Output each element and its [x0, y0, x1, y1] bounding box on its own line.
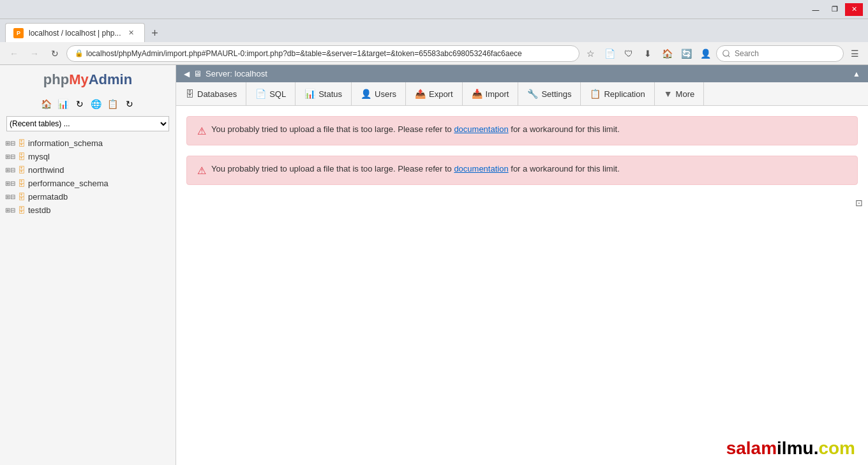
- users-icon: 👤: [361, 89, 371, 99]
- globe-sidebar-icon[interactable]: 🌐: [89, 97, 103, 111]
- url-text: localhost/phpMyAdmin/import.php#PMAURL-0…: [86, 49, 571, 58]
- toolbar-icons: ☆ 📄 🛡 ⬇ 🏠 🔄 👤: [582, 45, 714, 62]
- account-icon[interactable]: 👤: [697, 45, 714, 62]
- maximize-button[interactable]: ❐: [826, 3, 844, 16]
- expand-icon: ⊞⊟: [5, 193, 15, 200]
- watermark-ilmu: ilmu: [777, 438, 814, 458]
- list-item[interactable]: ⊞⊟ 🗄 information_schema: [0, 137, 176, 150]
- sql-icon: 📄: [255, 89, 266, 99]
- error-icon-2: ⚠: [197, 165, 206, 177]
- tab-sql[interactable]: 📄 SQL: [246, 82, 296, 105]
- tab-import-label: Import: [486, 89, 509, 99]
- status-icon: 📊: [304, 89, 315, 99]
- logo-admin: Admin: [89, 71, 132, 87]
- tab-export[interactable]: 📤 Export: [406, 82, 463, 105]
- list-item[interactable]: ⊞⊟ 🗄 testdb: [0, 203, 176, 217]
- reader-icon[interactable]: 📄: [601, 45, 618, 62]
- reload-sidebar-icon[interactable]: ↻: [123, 97, 137, 111]
- home-icon[interactable]: 🏠: [659, 45, 675, 62]
- db-folder-icon: 🗄: [18, 166, 26, 175]
- error-icon-1: ⚠: [197, 125, 206, 137]
- error-message-1: ⚠ You probably tried to upload a file th…: [186, 116, 858, 145]
- expand-icon: ⊞⊟: [5, 140, 15, 147]
- tab-more-label: More: [676, 89, 695, 99]
- url-bar[interactable]: 🔒 localhost/phpMyAdmin/import.php#PMAURL…: [66, 45, 580, 62]
- sidebar-icons: 🏠 📊 ↻ 🌐 📋 ↻: [0, 94, 176, 114]
- list-item[interactable]: ⊞⊟ 🗄 permatadb: [0, 190, 176, 203]
- main-layout: phpMyAdmin 🏠 📊 ↻ 🌐 📋 ↻ (Recent tables) .…: [0, 65, 868, 465]
- db-name: northwind: [28, 165, 64, 175]
- db-folder-icon: 🗄: [18, 193, 26, 202]
- db-name: mysql: [28, 152, 50, 161]
- databases-icon: 🗄: [185, 89, 194, 99]
- lock-icon: 🔒: [75, 49, 84, 57]
- recent-tables-select[interactable]: (Recent tables) ...: [6, 116, 169, 131]
- list-item[interactable]: ⊞⊟ 🗄 performance_schema: [0, 177, 176, 190]
- db-name: information_schema: [28, 138, 103, 148]
- server-title: ◀ 🖥 Server: localhost: [184, 69, 267, 78]
- pocket-icon[interactable]: 🛡: [620, 45, 637, 62]
- tab-users[interactable]: 👤 Users: [352, 82, 406, 105]
- error-text-1: You probably tried to upload a file that…: [211, 124, 620, 134]
- export-icon: 📤: [415, 89, 426, 99]
- expand-icon: ⊞⊟: [5, 207, 15, 214]
- list-item[interactable]: ⊞⊟ 🗄 northwind: [0, 163, 176, 177]
- home-sidebar-icon[interactable]: 🏠: [40, 97, 54, 111]
- minimize-button[interactable]: —: [807, 3, 825, 16]
- collapse-panel-button[interactable]: ▲: [853, 70, 860, 78]
- sync-icon[interactable]: 🔄: [678, 45, 694, 62]
- refresh-sidebar-icon[interactable]: ↻: [73, 97, 87, 111]
- settings-icon: 🔧: [527, 89, 538, 99]
- expand-icon: ⊞⊟: [5, 153, 15, 160]
- sidebar-header: phpMyAdmin: [0, 65, 176, 94]
- db-name: testdb: [28, 205, 50, 215]
- db-name: permatadb: [28, 192, 68, 202]
- pma-logo: phpMyAdmin: [6, 71, 169, 88]
- expand-icon: ⊞⊟: [5, 166, 15, 173]
- tab-replication[interactable]: 📋 Replication: [581, 82, 654, 105]
- copy-sidebar-icon[interactable]: 📋: [106, 97, 120, 111]
- documentation-link-2[interactable]: documentation: [454, 164, 508, 173]
- back-button[interactable]: ←: [5, 45, 23, 63]
- tab-bar: P localhost / localhost | php... ✕ +: [0, 19, 868, 42]
- db-folder-icon: 🗄: [18, 206, 26, 215]
- download-icon[interactable]: ⬇: [640, 45, 656, 62]
- collapse-sidebar-button[interactable]: ◀: [184, 70, 190, 78]
- tab-close-icon[interactable]: ✕: [126, 28, 137, 38]
- browser-tab[interactable]: P localhost / localhost | php... ✕: [5, 23, 145, 42]
- expand-content-icon[interactable]: ⊡: [855, 198, 863, 208]
- list-item[interactable]: ⊞⊟ 🗄 mysql: [0, 150, 176, 163]
- error-message-2: ⚠ You probably tried to upload a file th…: [186, 156, 858, 185]
- db-folder-icon: 🗄: [18, 139, 26, 148]
- db-name: performance_schema: [28, 179, 108, 188]
- menu-icon[interactable]: ☰: [846, 45, 863, 62]
- titlebar: — ❐ ✕: [0, 0, 868, 19]
- tab-replication-label: Replication: [604, 89, 645, 99]
- reload-button[interactable]: ↻: [46, 45, 64, 63]
- db-folder-icon: 🗄: [18, 179, 26, 188]
- documentation-link-1[interactable]: documentation: [454, 124, 508, 134]
- tab-users-label: Users: [375, 89, 396, 99]
- sidebar: phpMyAdmin 🏠 📊 ↻ 🌐 📋 ↻ (Recent tables) .…: [0, 65, 176, 465]
- tab-settings[interactable]: 🔧 Settings: [518, 82, 581, 105]
- forward-button[interactable]: →: [26, 45, 43, 63]
- nav-tabs: 🗄 Databases 📄 SQL 📊 Status 👤 Users 📤 Exp…: [176, 82, 868, 106]
- watermark: salamilmu.com: [726, 438, 855, 459]
- bookmark-icon[interactable]: ☆: [582, 45, 599, 62]
- import-icon: 📥: [472, 89, 483, 99]
- tab-sql-label: SQL: [269, 89, 286, 99]
- expand-icon: ⊞⊟: [5, 180, 15, 187]
- tab-status[interactable]: 📊 Status: [296, 82, 352, 105]
- window-controls: — ❐ ✕: [807, 3, 863, 16]
- db-sidebar-icon[interactable]: 📊: [56, 97, 70, 111]
- server-title-text: Server: localhost: [206, 69, 267, 78]
- close-button[interactable]: ✕: [845, 3, 863, 16]
- replication-icon: 📋: [590, 89, 601, 99]
- new-tab-button[interactable]: +: [146, 24, 164, 42]
- tab-more[interactable]: ▼ More: [655, 82, 704, 105]
- search-input[interactable]: [716, 45, 844, 62]
- tab-import[interactable]: 📥 Import: [463, 82, 519, 105]
- content-footer: ⊡: [176, 195, 868, 210]
- tab-databases[interactable]: 🗄 Databases: [176, 82, 246, 105]
- tab-export-label: Export: [429, 89, 453, 99]
